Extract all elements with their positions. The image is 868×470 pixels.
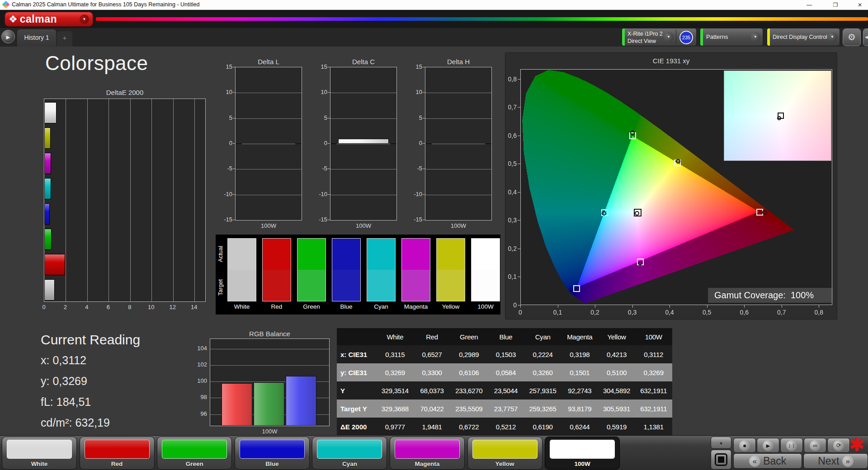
y-tick: 0,3 (505, 216, 517, 224)
pattern-button-yellow[interactable]: Yellow (467, 437, 542, 470)
meter-dropdown[interactable]: X-Rite i1Pro 2 Direct View ▼ 235 (622, 28, 697, 46)
actual-marker-white (635, 211, 639, 216)
close-icon[interactable]: ✕ (850, 0, 868, 10)
pattern-button-white[interactable]: White (2, 437, 77, 470)
table-row: x: CIE310,31150,65270,29890,15030,22240,… (337, 345, 672, 363)
pattern-button-blue[interactable]: Blue (235, 437, 310, 470)
tick-mark (423, 67, 425, 67)
swatch (367, 238, 396, 301)
add-tab-button[interactable]: + (57, 31, 72, 47)
stop-button[interactable]: ■ (733, 438, 756, 453)
collapse-panel-button[interactable]: ◀ (863, 28, 868, 46)
expand-panel-button[interactable]: ▲ (711, 437, 731, 449)
tick-mark (328, 92, 330, 93)
pattern-swatch (85, 440, 150, 459)
pattern-swatch (162, 440, 227, 459)
target-swatch (472, 270, 500, 301)
y-tick: 0 (505, 301, 517, 309)
x-tick: 0,5 (700, 309, 714, 316)
tick-mark (518, 305, 520, 306)
x-tick: 0 (38, 304, 50, 310)
calman-menu-button[interactable]: ❖ calman ▼ (5, 12, 93, 27)
chevron-down-icon: ▼ (80, 14, 89, 24)
column-header: Yellow (598, 333, 635, 341)
step-icon: [··] (786, 440, 797, 451)
loop-button[interactable]: ⟳ (827, 438, 850, 453)
table-cell: 0,3260 (524, 369, 561, 376)
pattern-button-100w[interactable]: 100W (545, 437, 620, 470)
table-cell: 0,3198 (561, 351, 598, 358)
swatch-label: Green (293, 303, 330, 310)
swatch (401, 238, 430, 301)
history-expand-button[interactable]: ▶ (1, 30, 15, 43)
gridline (130, 99, 131, 301)
meter-count-badge: 235 (679, 31, 693, 44)
x-axis-label: 100W (210, 428, 330, 435)
target-swatch (367, 270, 395, 301)
reading-fl: fL: 184,51 (41, 395, 190, 409)
tick-mark (518, 277, 520, 277)
delta-e-bar-green (44, 229, 52, 250)
gear-icon[interactable]: ⚙ (843, 28, 861, 46)
y-tick: 15 (410, 63, 422, 70)
next-button[interactable]: Next » (803, 453, 868, 469)
loop-icon: ⟳ (833, 440, 844, 451)
pattern-button-cyan[interactable]: Cyan (312, 437, 387, 470)
pattern-label: Blue (235, 461, 309, 467)
gridline (210, 365, 329, 366)
step-button[interactable]: [··] (780, 438, 803, 453)
gridline (425, 195, 491, 195)
tick-mark (632, 305, 633, 308)
infinity-button[interactable]: ∞ (804, 438, 826, 453)
gridline (151, 99, 152, 301)
pattern-label: Magenta (390, 461, 464, 467)
table-row: ΔE 20000,97771,94810,67220,52120,61900,6… (337, 418, 672, 436)
actual-swatch (472, 239, 500, 270)
tick-mark (518, 192, 520, 193)
pattern-button-green[interactable]: Green (157, 437, 232, 470)
y-tick: 0,7 (505, 103, 517, 111)
tab-history-1[interactable]: History 1 (17, 29, 56, 47)
pattern-button-magenta[interactable]: Magenta (390, 437, 465, 470)
play-button[interactable]: ▶ (757, 438, 779, 453)
chart-title: RGB Balance (210, 330, 330, 338)
patterns-status-bar (700, 28, 703, 46)
stop-layout-icon (715, 453, 727, 466)
pattern-swatch (472, 440, 538, 459)
gridline (425, 118, 491, 119)
target-row-label: Target (217, 273, 224, 301)
infinity-icon: ∞ (810, 440, 821, 451)
tick-mark (707, 305, 708, 308)
delta-chart-h: Delta H151050-5-10-15100W (425, 58, 492, 226)
tick-mark (328, 118, 330, 118)
current-reading-block: Current Reading x: 0,3112 y: 0,3269 fL: … (41, 332, 190, 437)
gamut-coverage-readout: Gamut Coverage: 100% (708, 288, 833, 303)
tick-mark (518, 220, 520, 221)
y-tick: 10 (315, 89, 327, 95)
display-control-dropdown[interactable]: Direct Display Control ▼ (767, 28, 840, 46)
pattern-button-red[interactable]: Red (80, 437, 155, 470)
rgb-balance-plot-area (210, 338, 330, 426)
y-tick: 10 (220, 89, 232, 95)
chart-title: CIE 1931 xy (505, 57, 837, 65)
table-cell: 0,0584 (487, 369, 524, 376)
minimize-icon[interactable]: — (799, 0, 819, 10)
actual-swatch (402, 239, 430, 270)
window-title-bar: Calman 2025 Calman Ultimate for Business… (0, 0, 868, 10)
x-tick: 4 (80, 304, 93, 310)
y-tick: -15 (315, 216, 327, 223)
stop-layout-button[interactable] (711, 450, 731, 470)
patterns-dropdown[interactable]: Patterns ▼ (700, 28, 763, 46)
actual-swatch (437, 239, 465, 270)
actual-marker-green (630, 131, 635, 135)
tick-mark (328, 143, 330, 144)
back-button[interactable]: « Back (733, 453, 802, 469)
zero-mark (390, 143, 396, 144)
restore-icon[interactable]: ❐ (826, 0, 845, 10)
y-tick: 0,5 (505, 160, 517, 167)
actual-swatch (297, 239, 326, 270)
gamut-coverage-label: Gamut Coverage: (714, 290, 786, 300)
tick-mark (670, 305, 670, 308)
pattern-swatch (395, 440, 460, 459)
actual-marker-red (762, 210, 767, 215)
